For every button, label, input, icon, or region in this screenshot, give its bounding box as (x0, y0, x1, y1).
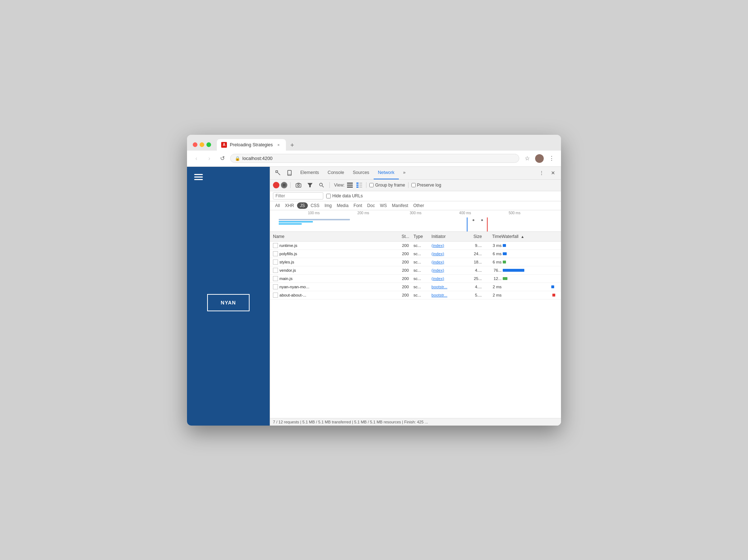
nyan-button[interactable]: NYAN (207, 294, 250, 311)
forward-button[interactable]: › (204, 153, 214, 164)
screenshot-button[interactable] (293, 180, 304, 190)
filter-media[interactable]: Media (334, 202, 351, 209)
cell-waterfall (502, 260, 558, 265)
nyan-btn-container: NYAN (194, 187, 263, 418)
table-row[interactable]: vendor.js 200 sc... (index) 4.... 76... (270, 266, 561, 275)
cell-name: polyfills.js (273, 251, 397, 256)
tab-sources[interactable]: Sources (348, 167, 374, 180)
cell-initiator[interactable]: (index) (432, 276, 462, 281)
filter-bar: Hide data URLs (270, 191, 561, 201)
cell-status: 200 (397, 252, 414, 256)
cell-waterfall (502, 243, 558, 248)
inspect-element-button[interactable] (273, 168, 283, 178)
filter-font[interactable]: Font (351, 202, 364, 209)
bookmark-button[interactable]: ☆ (522, 153, 532, 164)
file-icon (273, 268, 278, 273)
svg-rect-11 (347, 187, 353, 188)
tab-bar: Preloading Strategies × + (217, 139, 555, 151)
svg-rect-1 (288, 170, 291, 175)
cell-waterfall (502, 268, 558, 273)
devtools-more-button[interactable]: ⋮ (537, 168, 547, 178)
table-row[interactable]: nyan-nyan-mo... 200 sc... bootstr... 4..… (270, 283, 561, 291)
filter-doc[interactable]: Doc (365, 202, 377, 209)
col-header-type[interactable]: Type (414, 234, 432, 239)
cell-waterfall (502, 276, 558, 281)
cell-waterfall (502, 293, 558, 298)
avatar[interactable] (535, 154, 544, 163)
hide-data-urls-checkbox[interactable]: Hide data URLs (326, 193, 363, 198)
list-view-button[interactable] (346, 181, 354, 189)
address-bar[interactable]: 🔒 localhost:4200 (230, 154, 519, 163)
col-header-status[interactable]: St... (397, 234, 414, 239)
minimize-traffic-light[interactable] (200, 142, 204, 147)
maximize-traffic-light[interactable] (206, 142, 211, 147)
filter-all[interactable]: All (273, 202, 282, 209)
filter-js[interactable]: JS (297, 202, 308, 209)
svg-point-7 (320, 183, 323, 186)
tab-close-button[interactable]: × (276, 142, 282, 148)
new-tab-button[interactable]: + (287, 141, 297, 151)
cell-initiator[interactable]: (index) (432, 268, 462, 272)
cell-size: 24... (462, 252, 482, 256)
table-row[interactable]: runtime.js 200 sc... (index) 9.... 3 ms (270, 242, 561, 250)
cell-initiator[interactable]: (index) (432, 243, 462, 248)
back-button[interactable]: ‹ (191, 153, 201, 164)
table-row[interactable]: styles.js 200 sc... (index) 18... 6 ms (270, 258, 561, 266)
group-by-frame-checkbox[interactable]: Group by frame (369, 183, 405, 188)
filter-ws[interactable]: WS (378, 202, 389, 209)
filter-other[interactable]: Other (411, 202, 426, 209)
tab-elements[interactable]: Elements (296, 167, 323, 180)
devtools-close-button[interactable]: ✕ (548, 168, 558, 178)
cell-time: 6 ms (482, 260, 502, 264)
browser-tab-active[interactable]: Preloading Strategies × (217, 139, 286, 151)
cell-name: nyan-nyan-mo... (273, 284, 397, 289)
cell-type: sc... (414, 276, 432, 281)
col-header-time[interactable]: Time (482, 234, 502, 239)
col-header-name[interactable]: Name (273, 234, 397, 239)
col-header-initiator[interactable]: Initiator (432, 234, 462, 239)
filter-xhr[interactable]: XHR (283, 202, 296, 209)
devtools-header-actions: ⋮ ✕ (537, 168, 558, 178)
cell-name: about-about-... (273, 293, 397, 298)
device-toolbar-button[interactable] (284, 168, 295, 178)
table-row[interactable]: about-about-... 200 sc... bootstr... 5..… (270, 291, 561, 299)
filter-css[interactable]: CSS (309, 202, 322, 209)
filter-img[interactable]: Img (322, 202, 334, 209)
cell-initiator[interactable]: bootstr... (432, 285, 462, 289)
refresh-button[interactable]: ↺ (217, 153, 227, 164)
cell-initiator[interactable]: (index) (432, 252, 462, 256)
cell-time: 12... (482, 276, 502, 281)
record-button[interactable] (273, 182, 279, 188)
table-row[interactable]: main.js 200 sc... (index) 25... 12... (270, 275, 561, 283)
preserve-log-checkbox[interactable]: Preserve log (411, 183, 441, 188)
tab-network[interactable]: Network (374, 167, 399, 180)
col-header-waterfall[interactable]: Waterfall ▲ (502, 234, 558, 239)
file-icon (273, 284, 278, 289)
svg-rect-0 (276, 171, 278, 173)
cell-initiator[interactable]: bootstr... (432, 293, 462, 297)
tab-more[interactable]: » (399, 167, 410, 180)
filter-input[interactable] (273, 192, 323, 199)
svg-point-4 (298, 185, 300, 187)
view-label: View: (334, 183, 345, 188)
cell-status: 200 (397, 293, 414, 297)
col-header-size[interactable]: Size (462, 234, 482, 239)
filter-manifest[interactable]: Manifest (390, 202, 410, 209)
table-rows-container: runtime.js 200 sc... (index) 9.... 3 ms … (270, 242, 561, 299)
close-traffic-light[interactable] (193, 142, 197, 147)
stop-button[interactable] (281, 182, 287, 188)
cell-initiator[interactable]: (index) (432, 260, 462, 264)
tab-console[interactable]: Console (323, 167, 348, 180)
timeline-label-400: 400 ms (459, 211, 471, 215)
browser-menu-button[interactable]: ⋮ (547, 153, 557, 164)
cell-status: 200 (397, 268, 414, 272)
table-row[interactable]: polyfills.js 200 sc... (index) 24... 6 m… (270, 250, 561, 258)
filter-button[interactable] (305, 180, 315, 190)
search-button[interactable] (316, 180, 327, 190)
cell-name: vendor.js (273, 268, 397, 273)
svg-rect-15 (359, 183, 362, 184)
waterfall-view-button[interactable] (355, 181, 363, 189)
hamburger-menu[interactable] (194, 174, 203, 180)
devtools-tabs: Elements Console Sources Network » (296, 167, 535, 180)
file-icon (273, 251, 278, 256)
